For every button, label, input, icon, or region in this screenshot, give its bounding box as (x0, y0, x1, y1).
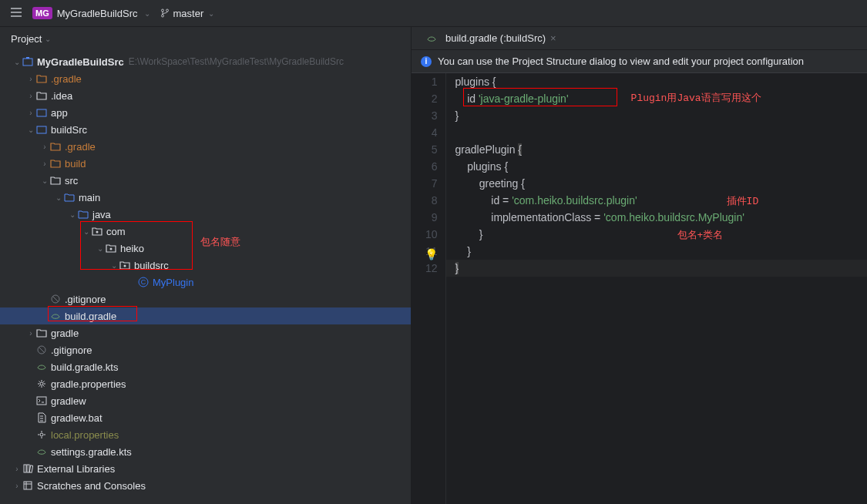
branch-icon (160, 8, 170, 18)
gradle-kts-icon (35, 445, 48, 458)
annotation-text: 插件ID (727, 193, 759, 210)
chevron-right-icon: › (12, 465, 22, 473)
package-icon (105, 242, 117, 254)
ignore-icon (35, 344, 48, 356)
folder-icon (35, 327, 48, 339)
module-icon (35, 123, 48, 136)
tree-item[interactable]: .gitignore (0, 291, 411, 307)
tree-root[interactable]: ⌄ MyGradleBuildSrc E:\WorkSpace\Test\MyG… (0, 53, 411, 70)
annotation-text: 包名随意 (200, 235, 240, 249)
svg-point-13 (40, 433, 43, 436)
tree-item[interactable]: gradlew (0, 392, 411, 409)
chevron-down-icon: ⌄ (40, 176, 49, 185)
folder-icon (49, 140, 62, 153)
chevron-down-icon: ⌄ (26, 126, 35, 134)
chevron-down-icon: ⌄ (96, 244, 105, 253)
tree-item[interactable]: ›app (0, 104, 411, 121)
chevron-down-icon: ⌄ (12, 58, 22, 66)
tree-item-selected[interactable]: build.gradle (0, 307, 411, 324)
tree-item[interactable]: ›.gradle (0, 70, 411, 87)
tree-item[interactable]: settings.gradle.kts (0, 443, 411, 460)
gradle-icon (425, 32, 438, 45)
tree-item[interactable]: gradlew.bat (0, 409, 411, 426)
svg-text:C: C (141, 278, 146, 286)
tree-item[interactable]: ›.gradle (0, 138, 411, 155)
chevron-down-icon: ⌄ (144, 9, 150, 18)
project-badge: MG (32, 7, 52, 19)
class-icon: C (137, 276, 150, 288)
chevron-right-icon: › (26, 109, 35, 117)
package-icon (119, 259, 131, 271)
module-icon (35, 106, 48, 119)
annotation-text: 包名+类名 (677, 227, 724, 244)
project-selector[interactable]: MG MyGradleBuildSrc ⌄ (32, 7, 150, 19)
tree-item[interactable]: ⌄buildsrc (0, 257, 411, 274)
svg-point-6 (124, 265, 126, 267)
intention-bulb-icon[interactable]: 💡 (425, 246, 438, 263)
code-editor[interactable]: 1234 5678 9101112 plugins { id 'java-gra… (412, 73, 867, 504)
chevron-down-icon: ⌄ (208, 9, 214, 18)
annotation-text: Plugin用Java语言写用这个 (631, 90, 761, 107)
svg-rect-1 (26, 57, 29, 59)
info-icon: i (421, 56, 432, 67)
chevron-right-icon: › (26, 329, 35, 338)
close-icon[interactable]: × (550, 32, 556, 44)
tree-item[interactable]: ›.idea (0, 87, 411, 104)
tree-item[interactable]: local.properties (0, 426, 411, 443)
svg-rect-17 (24, 482, 32, 489)
scratch-icon (22, 479, 34, 492)
svg-rect-16 (29, 465, 33, 472)
chevron-right-icon: › (40, 160, 49, 168)
svg-rect-12 (37, 397, 46, 405)
tree-item[interactable]: ›build (0, 155, 411, 172)
chevron-down-icon: ⌄ (68, 210, 77, 219)
tree-item[interactable]: build.gradle.kts (0, 358, 411, 375)
package-icon (91, 225, 103, 237)
folder-icon (49, 157, 62, 170)
folder-icon (35, 72, 48, 85)
chevron-down-icon: ⌄ (109, 261, 119, 270)
gear-icon (35, 378, 48, 390)
project-tree: ⌄ MyGradleBuildSrc E:\WorkSpace\Test\MyG… (0, 50, 411, 504)
tree-item[interactable]: ⌄java (0, 206, 411, 223)
main-menu-icon[interactable] (9, 5, 23, 22)
svg-rect-2 (37, 109, 46, 116)
chevron-down-icon: ⌄ (54, 193, 63, 202)
svg-point-11 (40, 382, 43, 385)
tree-item[interactable]: ›External Libraries (0, 460, 411, 477)
gradle-icon (49, 310, 62, 322)
tree-item[interactable]: gradle.properties (0, 375, 411, 392)
chevron-right-icon: › (26, 92, 35, 100)
svg-point-5 (110, 248, 113, 250)
project-panel-header[interactable]: Project ⌄ (0, 27, 411, 50)
file-icon (35, 412, 48, 424)
tree-item[interactable]: ⌄main (0, 189, 411, 206)
chevron-right-icon: › (40, 143, 49, 151)
tree-item[interactable]: ⌄src (0, 172, 411, 189)
line-gutter: 1234 5678 9101112 (412, 73, 446, 504)
editor-banner[interactable]: i You can use the Project Structure dial… (412, 50, 867, 73)
gear-icon (35, 428, 48, 441)
source-folder-icon (77, 208, 89, 220)
terminal-icon (35, 395, 48, 407)
svg-rect-3 (37, 126, 46, 133)
tree-item[interactable]: ⌄buildSrc (0, 121, 411, 138)
gradle-kts-icon (35, 361, 48, 373)
chevron-down-icon: ⌄ (82, 227, 91, 236)
module-icon (22, 55, 34, 68)
vcs-branch-selector[interactable]: master ⌄ (160, 8, 215, 19)
source-folder-icon (63, 191, 76, 203)
tree-item[interactable]: .gitignore (0, 341, 411, 358)
svg-rect-15 (27, 465, 29, 472)
chevron-right-icon: › (26, 75, 35, 83)
tree-item[interactable]: ›gradle (0, 324, 411, 341)
library-icon (22, 462, 34, 475)
tree-item[interactable]: ›Scratches and Consoles (0, 477, 411, 494)
tree-item[interactable]: CMyPlugin (0, 274, 411, 291)
chevron-down-icon: ⌄ (45, 35, 51, 43)
ignore-icon (49, 293, 62, 305)
svg-point-4 (96, 231, 99, 234)
editor-tab[interactable]: build.gradle (:buildSrc) × (418, 27, 564, 49)
chevron-right-icon: › (12, 482, 22, 490)
svg-rect-0 (23, 59, 32, 66)
